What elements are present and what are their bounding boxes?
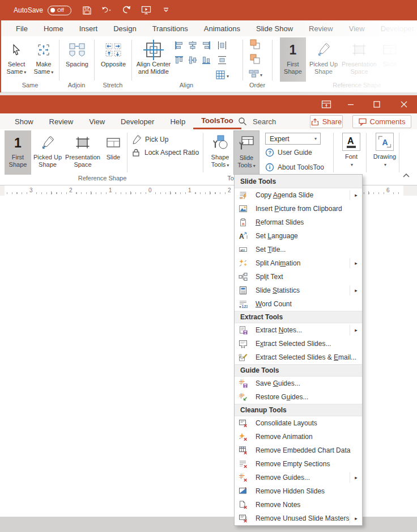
- tab-view[interactable]: View: [81, 113, 113, 129]
- ruler-number: 1: [186, 187, 193, 194]
- opposite-button[interactable]: Opposite: [97, 37, 129, 82]
- slide-icon: [382, 39, 397, 61]
- menu-item-consolidate-layouts[interactable]: Consolidate Layouts: [235, 416, 362, 430]
- grid-settings-button[interactable]: [214, 69, 230, 81]
- first-shape-button[interactable]: 1 First Shape: [5, 130, 31, 175]
- menu-item-extract-notes[interactable]: Extract Notes...: [235, 323, 362, 337]
- tab-slideshow[interactable]: Slide Show: [248, 20, 301, 36]
- reorder-shapes-button[interactable]: [247, 68, 264, 79]
- tab-help[interactable]: Help: [162, 113, 193, 129]
- group-label-same: Same: [2, 82, 58, 88]
- ribbon-display-options-icon[interactable]: [318, 95, 334, 113]
- slide-tools-button[interactable]: Slide Tools: [233, 130, 259, 175]
- menu-item-word-count[interactable]: Word Count: [235, 297, 362, 311]
- group-label-order: Order: [244, 82, 271, 88]
- menu-item-remove-animation[interactable]: Remove Animation: [235, 430, 362, 444]
- menu-item-insert-picture-from-clipboard[interactable]: Insert Picture from Clipboard: [235, 202, 362, 216]
- tab-design[interactable]: Design: [105, 20, 144, 36]
- spacing-button[interactable]: Spacing: [62, 37, 92, 82]
- align-right-icon[interactable]: [201, 40, 212, 51]
- tab-review[interactable]: Review: [301, 20, 341, 36]
- picked-up-shape-button[interactable]: Picked Up Shape: [32, 130, 63, 175]
- align-middle-icon[interactable]: [187, 54, 198, 66]
- undo-icon[interactable]: [101, 5, 112, 15]
- tab-view[interactable]: View: [341, 20, 373, 36]
- close-button[interactable]: [397, 95, 411, 113]
- tab-review[interactable]: Review: [41, 113, 82, 129]
- tab-show[interactable]: Show: [7, 113, 41, 129]
- start-slideshow-icon[interactable]: [141, 5, 151, 15]
- menu-item-reformat-slides[interactable]: Reformat Slides: [235, 216, 362, 229]
- menu-item-slide-statistics[interactable]: Slide Statistics: [235, 284, 362, 297]
- menu-item-extract-selected-slides[interactable]: Extract Selected Slides...: [235, 337, 362, 351]
- menu-item-split-text[interactable]: Split Text: [235, 270, 362, 284]
- redo-icon[interactable]: [121, 5, 131, 15]
- svg-text:?: ?: [269, 150, 272, 155]
- svg-text:i: i: [269, 164, 271, 170]
- menu-item-remove-unused-slide-masters[interactable]: Remove Unused Slide Masters: [235, 512, 362, 525]
- autosave-switch[interactable]: Off: [48, 6, 71, 15]
- comments-button[interactable]: Comments: [352, 115, 411, 128]
- menu-section-cleanup-tools: Cleanup Tools: [235, 404, 362, 416]
- menu-item-split-animation[interactable]: Split Animation: [235, 256, 362, 270]
- first-shape-button[interactable]: 1 First Shape: [280, 37, 306, 82]
- submenu-arrow-icon: [350, 285, 362, 295]
- presentation-space-button[interactable]: Presentation Space: [64, 130, 101, 175]
- lock-aspect-ratio-button[interactable]: Lock Aspect Ratio: [131, 147, 199, 158]
- customize-quick-access-icon[interactable]: [161, 5, 171, 15]
- tab-home[interactable]: Home: [36, 20, 71, 36]
- minimize-button[interactable]: [343, 95, 358, 113]
- tab-file[interactable]: File: [8, 20, 36, 36]
- menu-item-save-guides[interactable]: Save Guides...: [235, 377, 362, 390]
- align-center-icon[interactable]: [187, 40, 198, 51]
- menu-item-extract-selected-slides-email[interactable]: Extract Selected Slides & Email...: [235, 351, 362, 364]
- expert-level-select[interactable]: Expert ▾: [265, 133, 321, 145]
- send-backward-icon[interactable]: [249, 53, 261, 65]
- shape-tools-button[interactable]: Shape Tools: [207, 130, 233, 175]
- about-toolstoo-button[interactable]: i About ToolsToo: [265, 163, 324, 172]
- collapse-ribbon-button[interactable]: [401, 171, 411, 179]
- select-same-button[interactable]: Select Same: [3, 37, 29, 82]
- distribute-vertical-icon[interactable]: [216, 54, 228, 66]
- tab-animations[interactable]: Animations: [196, 20, 248, 36]
- toggle-knob: [50, 8, 55, 12]
- menu-item-remove-guides[interactable]: Remove Guides...: [235, 471, 362, 484]
- tab-transitions[interactable]: Transitions: [144, 20, 196, 36]
- distribute-horizontal-icon[interactable]: [216, 40, 228, 51]
- menu-item-remove-embedded-chart-data[interactable]: Remove Embedded Chart Data: [235, 444, 362, 457]
- menu-item-set-language[interactable]: Set Language: [235, 229, 362, 243]
- menu-item-restore-guides[interactable]: Restore Guides...: [235, 390, 362, 404]
- tab-toolstoo[interactable]: ToolsToo: [193, 113, 241, 129]
- menu-item-remove-hidden-slides[interactable]: Remove Hidden Slides: [235, 484, 362, 498]
- ruler-number: 3: [28, 187, 35, 194]
- user-guide-button[interactable]: ? User Guide: [265, 148, 312, 157]
- tab-developer[interactable]: Developer: [113, 113, 162, 129]
- align-bottom-icon[interactable]: [201, 54, 212, 66]
- search-box[interactable]: Search: [238, 113, 276, 129]
- menu-item-set-title[interactable]: Set Title...: [235, 243, 362, 256]
- search-icon: [238, 117, 247, 126]
- maximize-button[interactable]: [369, 95, 384, 113]
- save-icon[interactable]: [82, 5, 92, 15]
- slide-button[interactable]: Slide: [103, 130, 124, 175]
- slide-button[interactable]: Slide: [378, 37, 401, 82]
- tab-insert[interactable]: Insert: [71, 20, 106, 36]
- align-left-icon[interactable]: [173, 40, 185, 51]
- quick-access-toolbar: [82, 5, 171, 15]
- align-center-middle-button[interactable]: Align Center and Middle: [136, 37, 171, 82]
- info-icon: i: [265, 163, 274, 172]
- tab-developer[interactable]: Developer: [373, 20, 417, 36]
- presentation-space-button[interactable]: Presentation Space: [341, 37, 377, 82]
- font-button[interactable]: A Font: [339, 130, 364, 175]
- menu-item-remove-empty-sections[interactable]: Remove Empty Sections: [235, 457, 362, 471]
- bring-forward-icon[interactable]: [249, 39, 261, 50]
- menu-item-copy-agenda-slide[interactable]: Copy Agenda Slide: [235, 188, 362, 202]
- align-top-icon[interactable]: [173, 54, 185, 66]
- picked-up-shape-button[interactable]: Picked Up Shape: [307, 37, 340, 82]
- drawing-button[interactable]: A Drawing: [369, 130, 400, 175]
- autosave-toggle[interactable]: AutoSave Off: [14, 6, 71, 15]
- pick-up-button[interactable]: Pick Up: [131, 134, 168, 145]
- share-button[interactable]: Share: [310, 115, 343, 128]
- make-same-button[interactable]: Make Same: [31, 37, 57, 82]
- menu-item-remove-notes[interactable]: Remove Notes: [235, 498, 362, 512]
